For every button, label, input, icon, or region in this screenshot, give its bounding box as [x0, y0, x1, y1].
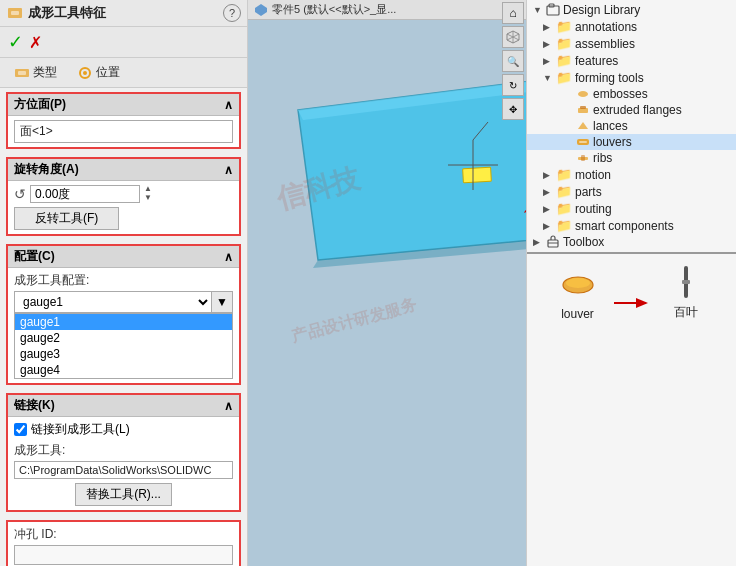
tree-item-parts[interactable]: ▶ 📁 parts — [527, 183, 736, 200]
svg-rect-1 — [11, 11, 19, 15]
config-expand-icon[interactable]: ∧ — [224, 250, 233, 264]
svg-point-33 — [566, 278, 590, 288]
dropdown-item-gauge2[interactable]: gauge2 — [15, 330, 232, 346]
home-icon[interactable]: ⌂ — [502, 2, 524, 24]
link-checkbox[interactable] — [14, 423, 27, 436]
cancel-button[interactable]: ✗ — [29, 33, 42, 52]
link-section-title: 链接(K) — [14, 397, 55, 414]
svg-rect-29 — [581, 155, 585, 161]
embosses-label: embosses — [593, 87, 648, 101]
tree-item-motion[interactable]: ▶ 📁 motion — [527, 166, 736, 183]
tree-item-ribs[interactable]: ribs — [527, 150, 736, 166]
lances-icon — [576, 119, 590, 133]
assemblies-label: assemblies — [575, 37, 635, 51]
parts-label: parts — [575, 185, 602, 199]
louver-img — [560, 267, 596, 303]
dropdown-item-gauge4[interactable]: gauge4 — [15, 362, 232, 378]
dropdown-item-gauge3[interactable]: gauge3 — [15, 346, 232, 362]
config-section-header[interactable]: 配置(C) ∧ — [8, 246, 239, 268]
forming-tool-icon — [6, 4, 24, 22]
baiye-preview[interactable]: 百叶 — [668, 264, 704, 321]
preview-arrow-svg — [612, 296, 652, 310]
face-expand-icon[interactable]: ∧ — [224, 98, 233, 112]
preview-arrow — [612, 299, 652, 307]
confirm-button[interactable]: ✓ — [8, 31, 23, 53]
svg-point-5 — [83, 71, 87, 75]
louvers-icon — [576, 135, 590, 149]
tree-item-toolbox[interactable]: ▶ Toolbox — [527, 234, 736, 250]
svg-point-22 — [578, 91, 588, 97]
tree-item-embosses[interactable]: embosses — [527, 86, 736, 102]
config-select[interactable]: gauge1 gauge2 gauge3 gauge4 — [14, 291, 212, 313]
louver-preview[interactable]: louver — [560, 267, 596, 321]
face-section-title: 方位面(P) — [14, 96, 66, 113]
assemblies-arrow: ▶ — [543, 39, 553, 49]
baiye-label: 百叶 — [674, 304, 698, 321]
tree-item-annotations[interactable]: ▶ 📁 annotations — [527, 18, 736, 35]
pan-icon[interactable]: ✥ — [502, 98, 524, 120]
tab-type[interactable]: 类型 — [8, 62, 63, 83]
tree-item-features[interactable]: ▶ 📁 features — [527, 52, 736, 69]
punch-section: 冲孔 ID: — [6, 520, 241, 566]
panel-title-bar: 成形工具特征 ? — [0, 0, 247, 27]
face-value[interactable]: 面<1> — [14, 120, 233, 143]
smart-components-folder-icon: 📁 — [556, 218, 572, 233]
face-section-header[interactable]: 方位面(P) ∧ — [8, 94, 239, 116]
dropdown-list: gauge1 gauge2 gauge3 gauge4 — [14, 313, 233, 379]
ribs-label: ribs — [593, 151, 612, 165]
toolbox-arrow: ▶ — [533, 237, 543, 247]
rotation-section-title: 旋转角度(A) — [14, 161, 79, 178]
config-section-title: 配置(C) — [14, 248, 55, 265]
angle-down[interactable]: ▼ — [144, 194, 152, 203]
baiye-svg — [679, 264, 693, 300]
routing-label: routing — [575, 202, 612, 216]
right-bottom-preview: louver — [527, 252, 736, 331]
annotations-folder-icon: 📁 — [556, 19, 572, 34]
routing-folder-icon: 📁 — [556, 201, 572, 216]
toolbox-label: Toolbox — [563, 235, 604, 249]
assemblies-folder-icon: 📁 — [556, 36, 572, 51]
features-label: features — [575, 54, 618, 68]
rotation-section-header[interactable]: 旋转角度(A) ∧ — [8, 159, 239, 181]
tab-position[interactable]: 位置 — [71, 62, 126, 83]
right-panel: ▼ Design Library ▶ 📁 annotations ▶ 📁 ass… — [526, 0, 736, 566]
louver-label: louver — [561, 307, 594, 321]
rotation-expand-icon[interactable]: ∧ — [224, 163, 233, 177]
tree-item-routing[interactable]: ▶ 📁 routing — [527, 200, 736, 217]
panel-title: 成形工具特征 — [6, 4, 106, 22]
tree-root-design-library[interactable]: ▼ Design Library — [527, 2, 736, 18]
center-panel: 零件5 (默认<<默认>_显... ⌂ 🔍 ↻ ✥ — [248, 0, 526, 566]
baiye-img — [668, 264, 704, 300]
dropdown-item-gauge1[interactable]: gauge1 — [15, 314, 232, 330]
view-cube-icon[interactable] — [502, 26, 524, 48]
punch-id-input[interactable] — [14, 545, 233, 565]
routing-arrow: ▶ — [543, 204, 553, 214]
punch-section-body: 冲孔 ID: — [8, 522, 239, 566]
reverse-button[interactable]: 反转工具(F) — [14, 207, 119, 230]
smart-components-arrow: ▶ — [543, 221, 553, 231]
zoom-icon[interactable]: 🔍 — [502, 50, 524, 72]
tree-item-assemblies[interactable]: ▶ 📁 assemblies — [527, 35, 736, 52]
tree-item-smart-components[interactable]: ▶ 📁 smart components — [527, 217, 736, 234]
toolbox-icon — [546, 235, 560, 249]
config-dropdown-btn[interactable]: ▼ — [212, 291, 233, 313]
angle-input[interactable] — [30, 185, 140, 203]
tree-item-louvers[interactable]: louvers — [527, 134, 736, 150]
link-section-body: 链接到成形工具(L) 成形工具: C:\ProgramData\SolidWor… — [8, 417, 239, 510]
help-button[interactable]: ? — [223, 4, 241, 22]
tree-item-lances[interactable]: lances — [527, 118, 736, 134]
motion-arrow: ▶ — [543, 170, 553, 180]
annotations-arrow: ▶ — [543, 22, 553, 32]
link-expand-icon[interactable]: ∧ — [224, 399, 233, 413]
svg-rect-3 — [18, 71, 26, 75]
rotation-section-body: ↺ ▲ ▼ 反转工具(F) — [8, 181, 239, 234]
motion-folder-icon: 📁 — [556, 167, 572, 182]
rotate-icon[interactable]: ↻ — [502, 74, 524, 96]
tab-row: 类型 位置 — [0, 58, 247, 88]
replace-button[interactable]: 替换工具(R)... — [75, 483, 172, 506]
tree-item-forming-tools[interactable]: ▼ 📁 forming tools — [527, 69, 736, 86]
tab-position-label: 位置 — [96, 64, 120, 81]
svg-marker-6 — [255, 4, 267, 16]
link-section-header[interactable]: 链接(K) ∧ — [8, 395, 239, 417]
tree-item-extruded-flanges[interactable]: extruded flanges — [527, 102, 736, 118]
